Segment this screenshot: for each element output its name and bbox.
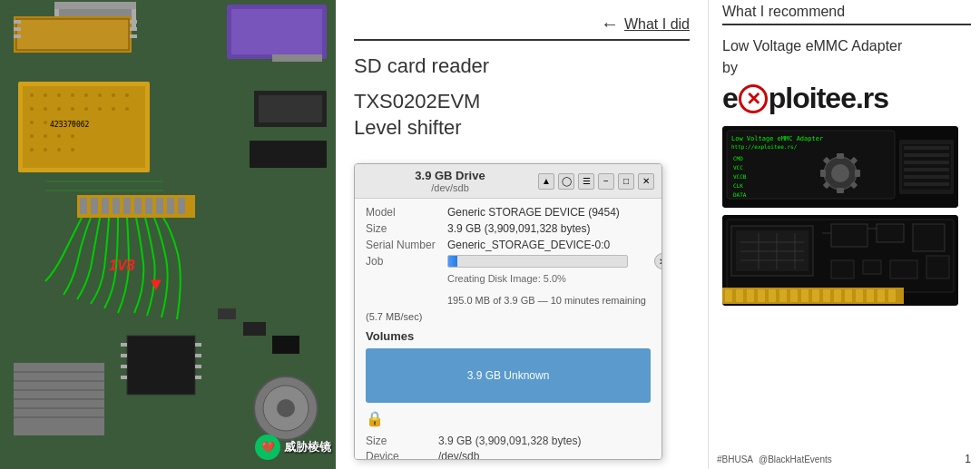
dialog-btn-minimize[interactable]: − bbox=[598, 173, 614, 190]
svg-rect-100 bbox=[855, 170, 860, 177]
svg-point-26 bbox=[71, 107, 74, 111]
svg-point-32 bbox=[44, 134, 47, 138]
progress-bar-bg bbox=[447, 255, 628, 268]
size-value: 3.9 GB (3,909,091,328 bytes) bbox=[447, 222, 590, 235]
dialog-btn-menu[interactable]: ☰ bbox=[578, 173, 594, 190]
brand-name: e ✕ ploitee.rs bbox=[722, 82, 971, 115]
hashtag-bhusa: #BHUSA bbox=[717, 454, 753, 464]
what-i-did-label: What I did bbox=[624, 16, 690, 33]
product-bottom-svg bbox=[722, 215, 958, 306]
sd-card-label: SD card reader bbox=[354, 54, 690, 78]
svg-text:▼: ▼ bbox=[147, 274, 165, 294]
progress-cancel-btn[interactable]: ✕ bbox=[654, 253, 662, 269]
svg-rect-53 bbox=[91, 198, 98, 214]
product-image-top: Low Voltage eMMC Adapter http://exploite… bbox=[722, 126, 958, 208]
svg-text:DATA: DATA bbox=[733, 191, 747, 198]
detail-rows: Size 3.9 GB (3,909,091,328 bytes) Device… bbox=[366, 435, 651, 460]
pcb-wires: 423370062 bbox=[0, 0, 336, 469]
svg-rect-111 bbox=[904, 175, 949, 179]
svg-rect-85 bbox=[272, 336, 299, 354]
svg-rect-7 bbox=[16, 19, 129, 50]
svg-point-45 bbox=[112, 107, 115, 111]
txs-label: TXS0202EVM Level shifter bbox=[354, 89, 690, 141]
volumes-label: Volumes bbox=[366, 329, 651, 343]
svg-point-43 bbox=[84, 107, 88, 111]
svg-text:VCC: VCC bbox=[733, 164, 743, 171]
svg-rect-57 bbox=[134, 198, 142, 214]
size-label: Size bbox=[366, 222, 447, 235]
svg-rect-5 bbox=[54, 2, 136, 9]
dialog-btn-maximize[interactable]: □ bbox=[618, 173, 634, 190]
product-title: Low Voltage eMMC Adapter bbox=[722, 36, 971, 56]
model-value: Generic STORAGE DEVICE (9454) bbox=[447, 206, 620, 219]
progress-bar-fill bbox=[448, 256, 457, 267]
svg-rect-108 bbox=[904, 153, 949, 157]
svg-point-35 bbox=[30, 148, 34, 151]
svg-rect-141 bbox=[812, 289, 819, 302]
svg-rect-130 bbox=[890, 260, 917, 278]
svg-point-34 bbox=[71, 134, 74, 138]
dialog-titlebar: 3.9 GB Drive /dev/sdb ▲ ◯ ☰ − □ ✕ bbox=[355, 164, 662, 199]
svg-rect-13 bbox=[130, 34, 137, 38]
svg-rect-50 bbox=[250, 141, 327, 168]
what-recommend-header: What I recommend bbox=[722, 0, 971, 25]
svg-point-24 bbox=[44, 107, 47, 111]
svg-point-36 bbox=[44, 148, 47, 151]
svg-rect-107 bbox=[904, 146, 949, 150]
serial-row: Serial Number Generic_STORAGE_DEVICE-0:0 bbox=[366, 239, 651, 251]
svg-rect-48 bbox=[254, 91, 327, 127]
svg-text:1V8: 1V8 bbox=[109, 258, 135, 273]
svg-point-20 bbox=[44, 93, 47, 97]
svg-point-37 bbox=[57, 148, 61, 151]
svg-rect-60 bbox=[167, 198, 174, 214]
dialog-controls[interactable]: ▲ ◯ ☰ − □ ✕ bbox=[538, 173, 654, 190]
dialog-btn-power[interactable]: ◯ bbox=[558, 173, 574, 190]
svg-rect-112 bbox=[904, 182, 949, 186]
svg-rect-147 bbox=[877, 289, 885, 302]
middle-labels: SD card reader TXS0202EVM Level shifter bbox=[354, 50, 690, 141]
svg-rect-131 bbox=[926, 256, 949, 278]
svg-rect-76 bbox=[195, 343, 201, 347]
lock-icon[interactable]: 🔒 bbox=[366, 410, 384, 427]
svg-rect-146 bbox=[867, 289, 874, 302]
lock-row[interactable]: 🔒 bbox=[366, 410, 651, 427]
svg-rect-139 bbox=[790, 289, 798, 302]
svg-rect-97 bbox=[837, 153, 844, 159]
svg-rect-137 bbox=[769, 289, 776, 302]
detail-device-label: Device bbox=[366, 450, 438, 460]
watermark-label: 威胁棱镜 bbox=[284, 439, 331, 455]
svg-point-31 bbox=[30, 134, 34, 138]
left-photo-section: 423370062 bbox=[0, 0, 336, 469]
brand-suffix: ploitee.rs bbox=[769, 82, 888, 115]
disk-dialog: 3.9 GB Drive /dev/sdb ▲ ◯ ☰ − □ ✕ Model … bbox=[354, 163, 662, 460]
svg-point-44 bbox=[98, 107, 102, 111]
svg-rect-134 bbox=[736, 289, 743, 302]
product-image-bottom bbox=[722, 215, 958, 306]
svg-rect-84 bbox=[243, 322, 266, 336]
svg-rect-75 bbox=[121, 376, 127, 379]
svg-rect-138 bbox=[779, 289, 787, 302]
svg-point-40 bbox=[98, 93, 102, 97]
top-divider bbox=[354, 39, 690, 41]
watermark: 💔 威胁棱镜 bbox=[255, 435, 331, 460]
job-row: Job ✕ bbox=[366, 255, 651, 268]
svg-rect-72 bbox=[121, 343, 127, 347]
model-label: Model bbox=[366, 206, 447, 219]
detail-device-value: /dev/sdb bbox=[438, 450, 479, 460]
dialog-btn-eject[interactable]: ▲ bbox=[538, 173, 554, 190]
svg-point-28 bbox=[44, 121, 47, 124]
dialog-btn-close[interactable]: ✕ bbox=[638, 173, 654, 190]
dialog-subtitle: /dev/sdb bbox=[431, 182, 469, 193]
svg-rect-11 bbox=[130, 20, 137, 24]
svg-point-19 bbox=[30, 93, 34, 97]
svg-rect-78 bbox=[195, 365, 201, 368]
svg-rect-49 bbox=[259, 95, 322, 122]
job-status-text: Creating Disk Image: 5.0% bbox=[447, 273, 566, 284]
svg-text:Low Voltage eMMC Adapter: Low Voltage eMMC Adapter bbox=[731, 135, 823, 142]
svg-rect-143 bbox=[834, 289, 841, 302]
svg-rect-6 bbox=[14, 16, 132, 53]
serial-label: Serial Number bbox=[366, 239, 447, 251]
svg-rect-144 bbox=[845, 289, 852, 302]
svg-rect-74 bbox=[121, 365, 127, 368]
svg-rect-109 bbox=[904, 161, 949, 164]
